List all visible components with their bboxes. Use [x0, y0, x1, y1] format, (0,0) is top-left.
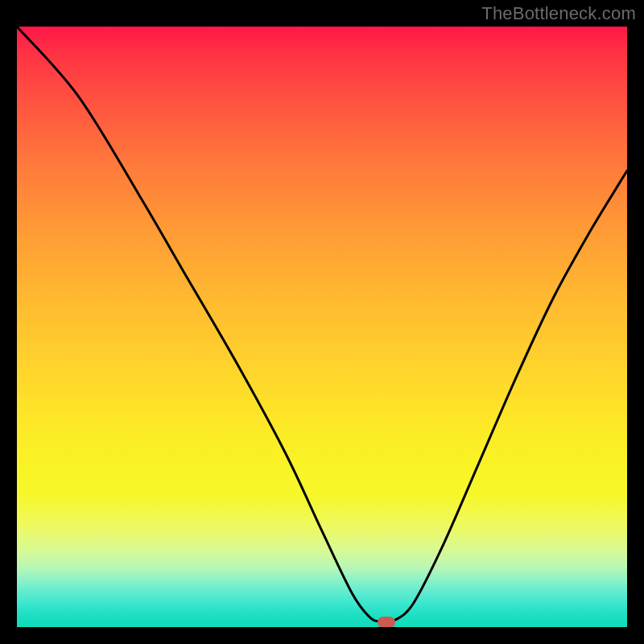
plot-area [17, 27, 627, 627]
bottleneck-curve [17, 27, 627, 627]
optimal-marker [378, 617, 395, 627]
watermark-text: TheBottleneck.com [481, 3, 636, 24]
curve-path [17, 27, 627, 621]
chart-frame: TheBottleneck.com [0, 0, 644, 644]
